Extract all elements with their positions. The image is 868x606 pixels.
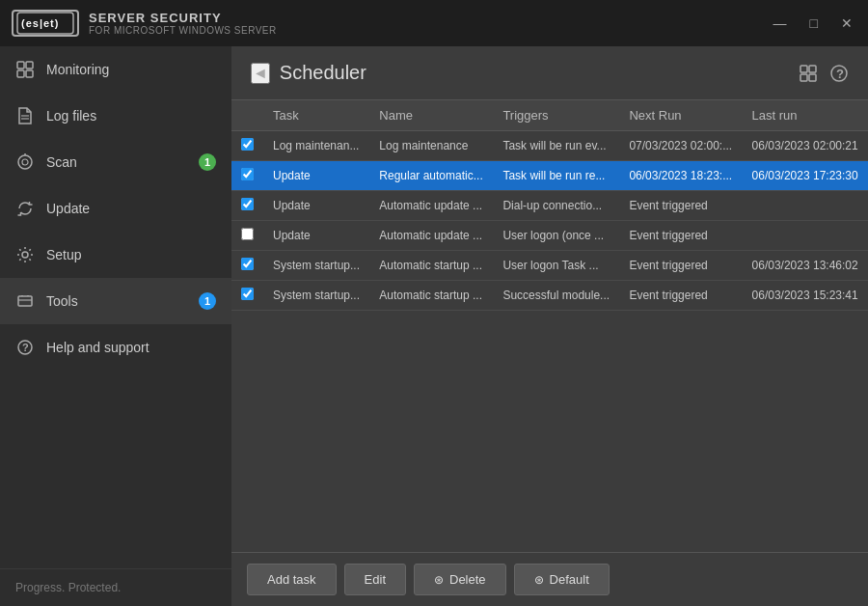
row-name: Automatic update ...: [369, 221, 493, 251]
svg-text:?: ?: [836, 67, 844, 81]
bottom-toolbar: Add task Edit ⊛ Delete ⊛ Default: [231, 552, 868, 606]
row-checkbox[interactable]: [241, 288, 254, 300]
row-name: Log maintenance: [369, 131, 493, 161]
setup-label: Setup: [46, 247, 82, 262]
refresh-icon: [15, 199, 35, 218]
row-checkbox[interactable]: [241, 258, 254, 270]
add-task-label: Add task: [267, 572, 316, 587]
default-button[interactable]: ⊛ Default: [514, 564, 610, 595]
back-button[interactable]: ◄: [251, 63, 270, 84]
row-checkbox-cell: [231, 251, 263, 281]
col-header-nextrun[interactable]: Next Run: [619, 100, 742, 131]
table-row[interactable]: UpdateAutomatic update ...Dial-up connec…: [231, 191, 868, 221]
row-checkbox[interactable]: [241, 168, 254, 180]
maximize-button[interactable]: □: [806, 14, 822, 33]
row-lastrun: 06/03/2023 02:00:21: [743, 131, 868, 161]
sidebar-item-setup[interactable]: Setup: [0, 232, 231, 278]
row-name: Automatic startup ...: [369, 251, 493, 281]
main-layout: Monitoring Log files Scan: [0, 46, 868, 606]
scan-badge: 1: [199, 153, 216, 171]
svg-rect-5: [26, 70, 33, 77]
app-name: SERVER SECURITY: [89, 11, 277, 25]
row-name: Automatic startup ...: [369, 281, 493, 311]
help-label: Help and support: [46, 340, 149, 355]
row-triggers: Dial-up connectio...: [493, 191, 619, 221]
grid-view-button[interactable]: [799, 64, 818, 83]
svg-rect-3: [26, 62, 33, 69]
row-checkbox-cell: [231, 281, 263, 311]
logfiles-label: Log files: [46, 108, 96, 124]
sidebar-item-scan[interactable]: Scan 1: [0, 139, 231, 185]
table-row[interactable]: UpdateAutomatic update ...User logon (on…: [231, 221, 868, 251]
table-row[interactable]: Log maintenan...Log maintenanceTask will…: [231, 131, 868, 161]
edit-button[interactable]: Edit: [344, 564, 406, 595]
col-header-triggers[interactable]: Triggers: [493, 100, 619, 131]
row-lastrun: 06/03/2023 13:46:02: [743, 251, 868, 281]
row-nextrun: 07/03/2023 02:00:...: [619, 131, 742, 161]
sidebar-item-monitoring[interactable]: Monitoring: [0, 46, 231, 93]
col-header-task[interactable]: Task: [263, 100, 369, 131]
sidebar-item-logfiles[interactable]: Log files: [0, 93, 231, 139]
table-header-row: Task Name Triggers Next Run Last run: [231, 100, 868, 131]
scheduler-table-container[interactable]: Task Name Triggers Next Run Last run Log…: [231, 100, 868, 552]
row-task: System startup...: [263, 281, 369, 311]
default-icon: ⊛: [534, 573, 544, 587]
update-label: Update: [46, 201, 90, 216]
row-task: System startup...: [263, 251, 369, 281]
table-row[interactable]: System startup...Automatic startup ...Su…: [231, 281, 868, 311]
row-lastrun: 06/03/2023 17:23:30: [743, 161, 868, 191]
row-triggers: User logon Task ...: [493, 251, 619, 281]
row-task: Update: [263, 221, 369, 251]
row-checkbox[interactable]: [241, 138, 254, 151]
row-lastrun: [743, 191, 868, 221]
header-actions: ?: [799, 64, 849, 83]
svg-point-8: [18, 155, 32, 169]
app-subtitle: FOR MICROSOFT WINDOWS SERVER: [89, 25, 277, 36]
row-checkbox-cell: [231, 161, 263, 191]
svg-text:?: ?: [22, 342, 29, 353]
eset-logo-mark: (es|et): [12, 10, 79, 37]
row-triggers: Task will be run re...: [493, 161, 619, 191]
row-nextrun: Event triggered: [619, 191, 742, 221]
row-checkbox[interactable]: [241, 228, 254, 240]
close-button[interactable]: ✕: [837, 14, 856, 33]
row-task: Log maintenan...: [263, 131, 369, 161]
row-triggers: Task will be run ev...: [493, 131, 619, 161]
add-task-button[interactable]: Add task: [247, 564, 337, 595]
tools-label: Tools: [46, 293, 78, 309]
row-checkbox-cell: [231, 131, 263, 161]
scan-label: Scan: [46, 154, 77, 170]
row-nextrun: 06/03/2023 18:23:...: [619, 161, 742, 191]
col-header-lastrun[interactable]: Last run: [743, 100, 868, 131]
help-content-button[interactable]: ?: [829, 64, 849, 83]
content-header: ◄ Scheduler ?: [231, 46, 868, 100]
row-lastrun: 06/03/2023 15:23:41: [743, 281, 868, 311]
sidebar-item-update[interactable]: Update: [0, 185, 231, 232]
svg-rect-4: [17, 70, 24, 77]
minimize-button[interactable]: —: [770, 14, 791, 33]
row-task: Update: [263, 191, 369, 221]
svg-rect-18: [800, 74, 807, 81]
title-bar: (es|et) SERVER SECURITY FOR MICROSOFT WI…: [0, 0, 868, 46]
col-header-name[interactable]: Name: [369, 100, 493, 131]
table-row[interactable]: UpdateRegular automatic...Task will be r…: [231, 161, 868, 191]
row-nextrun: Event triggered: [619, 281, 742, 311]
table-row[interactable]: System startup...Automatic startup ...Us…: [231, 251, 868, 281]
svg-rect-12: [18, 296, 32, 306]
help-icon: ?: [15, 338, 35, 357]
row-checkbox-cell: [231, 191, 263, 221]
svg-rect-19: [809, 74, 816, 81]
default-label: Default: [550, 572, 589, 587]
row-checkbox[interactable]: [241, 198, 254, 210]
svg-point-11: [22, 252, 28, 258]
sidebar-item-tools[interactable]: Tools 1: [0, 278, 231, 324]
scheduler-table: Task Name Triggers Next Run Last run Log…: [231, 100, 868, 311]
delete-button[interactable]: ⊛ Delete: [414, 564, 506, 595]
gear-icon: [15, 245, 35, 264]
sidebar: Monitoring Log files Scan: [0, 46, 231, 606]
row-nextrun: Event triggered: [619, 251, 742, 281]
row-checkbox-cell: [231, 221, 263, 251]
col-header-checkbox: [231, 100, 263, 131]
status-footer: Progress. Protected.: [0, 568, 231, 606]
sidebar-item-help[interactable]: ? Help and support: [0, 324, 231, 371]
